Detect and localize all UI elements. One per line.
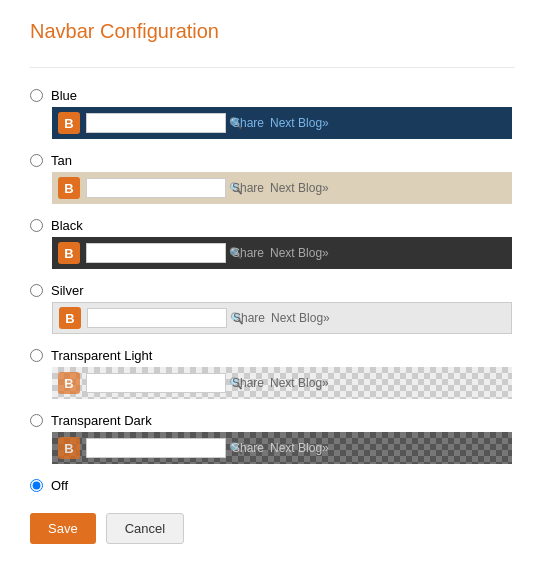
radio-blue[interactable] [30,89,43,102]
preview-blue: B 🔍 Share Next Blog» [52,107,512,139]
radio-row-transparent-light: Transparent Light [30,348,515,363]
label-black[interactable]: Black [51,218,83,233]
blogger-icon-tan: B [58,177,80,199]
share-link-black[interactable]: Share [232,246,264,260]
next-link-tdark[interactable]: Next Blog» [270,441,329,455]
label-blue[interactable]: Blue [51,88,77,103]
next-link-tan[interactable]: Next Blog» [270,181,329,195]
label-tan[interactable]: Tan [51,153,72,168]
blogger-icon-silver: B [59,307,81,329]
radio-row-transparent-dark: Transparent Dark [30,413,515,428]
button-row: Save Cancel [30,513,515,544]
next-link-black[interactable]: Next Blog» [270,246,329,260]
search-input-tan[interactable] [91,179,229,197]
option-silver: Silver B 🔍 Share Next Blog» [30,283,515,334]
preview-transparent-dark: B 🔍 Share Next Blog» [52,432,512,464]
option-blue: Blue B 🔍 Share Next Blog» [30,88,515,139]
share-link-tlight[interactable]: Share [232,376,264,390]
search-box-silver[interactable]: 🔍 [87,308,227,328]
share-link-tdark[interactable]: Share [232,441,264,455]
search-box-tan[interactable]: 🔍 [86,178,226,198]
next-link-tlight[interactable]: Next Blog» [270,376,329,390]
radio-tan[interactable] [30,154,43,167]
label-transparent-light[interactable]: Transparent Light [51,348,152,363]
label-transparent-dark[interactable]: Transparent Dark [51,413,152,428]
blogger-icon-blue: B [58,112,80,134]
search-input-blue[interactable] [91,114,229,132]
next-link-silver[interactable]: Next Blog» [271,311,330,325]
share-link-blue[interactable]: Share [232,116,264,130]
blogger-icon-tdark: B [58,437,80,459]
radio-transparent-light[interactable] [30,349,43,362]
share-link-silver[interactable]: Share [233,311,265,325]
search-box-tlight[interactable]: 🔍 [86,373,226,393]
radio-row-black: Black [30,218,515,233]
search-input-tlight[interactable] [91,374,229,392]
blogger-icon-black: B [58,242,80,264]
next-link-blue[interactable]: Next Blog» [270,116,329,130]
option-black: Black B 🔍 Share Next Blog» [30,218,515,269]
radio-silver[interactable] [30,284,43,297]
search-box-black[interactable]: 🔍 [86,243,226,263]
preview-silver: B 🔍 Share Next Blog» [52,302,512,334]
option-transparent-dark: Transparent Dark B 🔍 Share Next Blog» [30,413,515,464]
preview-transparent-light: B 🔍 Share Next Blog» [52,367,512,399]
search-box-tdark[interactable]: 🔍 [86,438,226,458]
blogger-icon-tlight: B [58,372,80,394]
option-transparent-light: Transparent Light B 🔍 Share Next Blog» [30,348,515,399]
share-link-tan[interactable]: Share [232,181,264,195]
preview-black: B 🔍 Share Next Blog» [52,237,512,269]
label-off[interactable]: Off [51,478,68,493]
divider [30,67,515,68]
radio-transparent-dark[interactable] [30,414,43,427]
search-input-silver[interactable] [92,309,230,327]
radio-row-blue: Blue [30,88,515,103]
cancel-button[interactable]: Cancel [106,513,184,544]
option-tan: Tan B 🔍 Share Next Blog» [30,153,515,204]
save-button[interactable]: Save [30,513,96,544]
page-title: Navbar Configuration [30,20,515,43]
radio-row-silver: Silver [30,283,515,298]
label-silver[interactable]: Silver [51,283,84,298]
search-input-black[interactable] [91,244,229,262]
radio-off[interactable] [30,479,43,492]
search-input-tdark[interactable] [91,439,229,457]
option-off: Off [30,478,515,493]
preview-tan: B 🔍 Share Next Blog» [52,172,512,204]
radio-black[interactable] [30,219,43,232]
radio-row-tan: Tan [30,153,515,168]
search-box-blue[interactable]: 🔍 [86,113,226,133]
